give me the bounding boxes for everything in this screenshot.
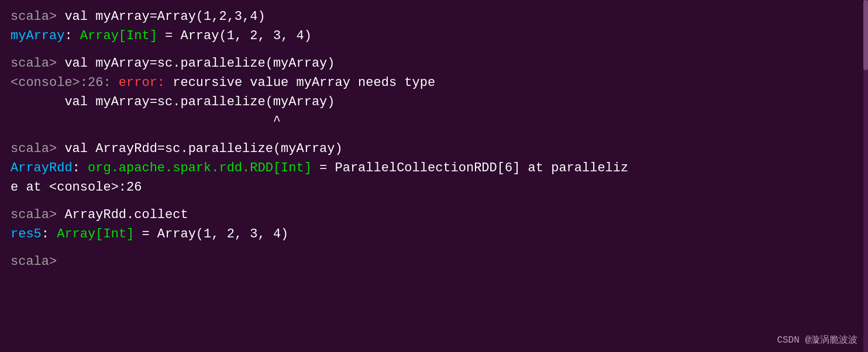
terminal-text-segment: ArrayRdd.collect — [64, 208, 188, 222]
blank-line — [11, 46, 857, 54]
terminal-line: ^ — [11, 112, 857, 131]
blank-line — [11, 244, 857, 252]
terminal-text-segment: ^ — [11, 114, 281, 129]
terminal-text-segment: val ArrayRdd=sc.parallelize(myArray) — [64, 142, 342, 156]
terminal-text-segment: scala> — [11, 142, 64, 156]
terminal-text-segment: res5 — [11, 227, 42, 241]
terminal-text-segment: Array[Int] — [80, 29, 157, 43]
terminal-line: ArrayRdd: org.apache.spark.rdd.RDD[Int] … — [11, 158, 857, 178]
terminal-text-segment: = Array(1, 2, 3, 4) — [157, 29, 312, 43]
terminal-line: res5: Array[Int] = Array(1, 2, 3, 4) — [11, 225, 857, 244]
terminal-text-segment: error: — [119, 75, 173, 90]
terminal-text-segment: <console>:26: — [11, 75, 119, 90]
terminal-text-segment: recursive value myArray needs type — [173, 75, 435, 90]
terminal-text-segment: scala> — [11, 254, 64, 269]
blank-line — [11, 131, 857, 139]
terminal-line: scala> val myArray=sc.parallelize(myArra… — [11, 54, 857, 73]
terminal-line: scala> val myArray=Array(1,2,3,4) — [11, 7, 857, 26]
terminal-content: scala> val myArray=Array(1,2,3,4)myArray… — [11, 7, 857, 271]
scrollbar[interactable] — [863, 0, 868, 352]
blank-line — [11, 197, 857, 205]
terminal-window: scala> val myArray=Array(1,2,3,4)myArray… — [0, 0, 868, 352]
terminal-text-segment: = ParallelCollectionRDD[6] at paralleliz — [312, 161, 628, 175]
terminal-text-segment: Array[Int] — [57, 227, 134, 241]
terminal-text-segment: org.apache.spark.rdd.RDD[Int] — [88, 161, 312, 175]
terminal-text-segment: : — [73, 161, 88, 175]
terminal-text-segment: val myArray=Array(1,2,3,4) — [64, 9, 265, 24]
terminal-line: e at <console>:26 — [11, 178, 857, 197]
terminal-text-segment: val myArray=sc.parallelize(myArray) — [11, 95, 335, 109]
terminal-text-segment: val myArray=sc.parallelize(myArray) — [64, 56, 335, 71]
terminal-line: scala> — [11, 252, 857, 271]
terminal-text-segment: = Array(1, 2, 3, 4) — [134, 227, 288, 241]
scrollbar-thumb[interactable] — [863, 0, 868, 70]
terminal-line: scala> ArrayRdd.collect — [11, 205, 857, 225]
terminal-text-segment: : — [42, 227, 57, 241]
terminal-text-segment: scala> — [11, 208, 64, 222]
terminal-text-segment: e at <console>:26 — [11, 180, 142, 195]
terminal-text-segment: myArray — [11, 29, 64, 43]
terminal-line: scala> val ArrayRdd=sc.parallelize(myArr… — [11, 139, 857, 158]
terminal-line: myArray: Array[Int] = Array(1, 2, 3, 4) — [11, 26, 857, 46]
terminal-text-segment: scala> — [11, 9, 64, 24]
terminal-line: val myArray=sc.parallelize(myArray) — [11, 92, 857, 112]
watermark: CSDN @漩涡脆波波 — [777, 333, 857, 347]
terminal-line: <console>:26: error: recursive value myA… — [11, 73, 857, 92]
terminal-text-segment: : — [64, 29, 80, 43]
terminal-text-segment: scala> — [11, 56, 64, 71]
terminal-text-segment: ArrayRdd — [11, 161, 73, 175]
